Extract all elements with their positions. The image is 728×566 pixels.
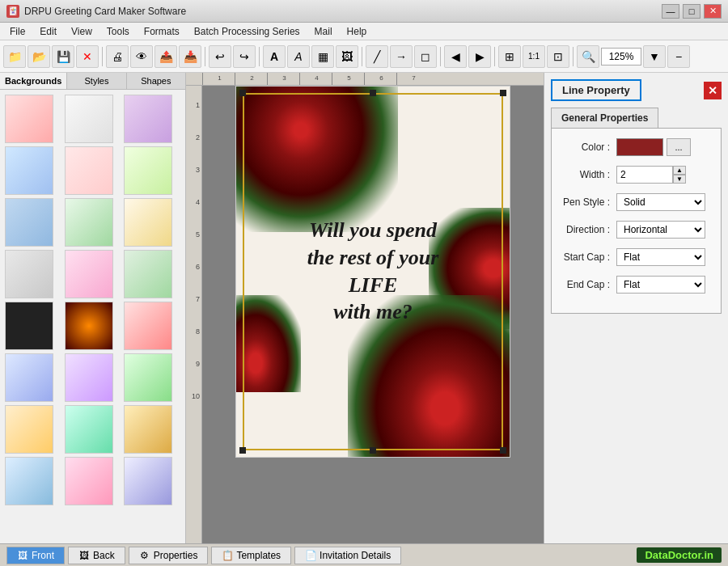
thumb-7[interactable] [5,198,53,247]
menu-formats[interactable]: Formats [138,24,186,39]
spin-down[interactable]: ▼ [673,175,686,184]
thumb-3[interactable] [124,95,172,143]
thumb-8[interactable] [65,198,113,247]
thumb-19[interactable] [5,405,53,454]
canvas-area: 1 2 3 4 5 6 7 1 2 3 4 5 6 7 8 9 10 [186,73,544,543]
pen-style-label: Pen Style : [558,196,616,208]
color-picker-button[interactable]: ... [667,138,691,156]
tb-new[interactable]: 📁 [3,45,26,68]
invitation-icon: 📄 [305,550,316,561]
tb-barcode[interactable]: ▦ [311,45,334,68]
line-property-title: Line Property [551,79,641,101]
tb-text2[interactable]: A [287,45,310,68]
menu-help[interactable]: Help [341,24,374,39]
tab-back[interactable]: 🖼 Back [68,547,125,564]
ruler-v-mark: 7 [196,283,201,315]
tb-redo[interactable]: ↪ [233,45,256,68]
tb-arrow[interactable]: → [390,45,413,68]
card-text[interactable]: Will you spend the rest of your LIFE wit… [292,217,454,326]
thumb-10[interactable] [5,250,53,298]
menubar: File Edit View Tools Formats Batch Proce… [0,23,728,40]
tb-save[interactable]: 💾 [52,45,74,68]
tab-invitation[interactable]: 📄 Invitation Details [294,547,401,564]
pen-style-select[interactable]: Solid Dash Dot DashDot [616,193,705,211]
tab-backgrounds[interactable]: Backgrounds [0,73,67,89]
tab-front-label: Front [32,550,54,561]
tb-export[interactable]: 📤 [154,45,177,68]
handle-tc[interactable] [370,90,376,96]
tb-image[interactable]: 🖼 [336,45,358,68]
handle-bl[interactable] [239,447,246,454]
tab-shapes[interactable]: Shapes [127,73,185,89]
close-button[interactable]: ✕ [704,4,722,19]
close-panel-button[interactable]: ✕ [704,82,722,99]
thumb-22[interactable] [5,457,53,505]
menu-tools[interactable]: Tools [100,24,136,39]
tb-print[interactable]: 🖨 [106,45,129,68]
direction-select[interactable]: Horizontal Vertical Diagonal [616,221,705,239]
menu-edit[interactable]: Edit [33,24,63,39]
color-swatch[interactable] [616,138,663,156]
thumb-20[interactable] [65,405,113,454]
greeting-card[interactable]: Will you spend the rest of your LIFE wit… [235,86,510,458]
handle-bc[interactable] [370,447,376,454]
tb-grid[interactable]: ⊞ [498,45,521,68]
direction-row: Direction : Horizontal Vertical Diagonal [558,221,714,239]
start-cap-select[interactable]: Flat Round Square [616,248,705,266]
menu-mail[interactable]: Mail [308,24,339,39]
thumb-1[interactable] [5,95,53,143]
handle-tr[interactable] [500,90,506,96]
tb-text[interactable]: A [263,45,286,68]
tb-1to1[interactable]: 1:1 [523,45,545,68]
end-cap-control: Flat Round Square [616,276,714,294]
thumb-9[interactable] [124,198,172,247]
handle-tl[interactable] [239,90,246,96]
menu-batch[interactable]: Batch Processing Series [188,24,307,39]
menu-view[interactable]: View [65,24,99,39]
tab-properties[interactable]: ⚙ Properties [129,547,209,564]
spin-up[interactable]: ▲ [673,166,686,175]
general-properties-tab[interactable]: General Properties [551,108,658,128]
tb-import[interactable]: 📥 [179,45,201,68]
tb-preview[interactable]: 👁 [130,45,153,68]
maximize-button[interactable]: □ [683,4,700,19]
thumb-4[interactable] [5,146,53,195]
tab-styles[interactable]: Styles [67,73,126,89]
thumb-13[interactable] [5,302,53,350]
thumb-6[interactable] [124,146,172,195]
thumb-14[interactable] [65,302,113,350]
thumb-2[interactable] [65,95,113,143]
toolbar-sep2 [205,47,205,66]
tb-shape[interactable]: ◻ [414,45,437,68]
thumb-18[interactable] [124,353,172,402]
thumb-24[interactable] [124,457,172,505]
thumb-23[interactable] [65,457,113,505]
thumb-21[interactable] [124,405,172,454]
handle-br[interactable] [500,447,506,454]
general-properties-body: Color : ... Width : 2 ▲ ▼ [551,128,722,314]
tb-close-red[interactable]: ✕ [76,45,99,68]
tb-zoom-dropdown[interactable]: ▼ [643,45,666,68]
tb-line[interactable]: ╱ [366,45,388,68]
tb-undo[interactable]: ↩ [209,45,231,68]
tab-templates[interactable]: 📋 Templates [211,547,291,564]
tb-prev-page[interactable]: ◀ [444,45,467,68]
tb-zoom-out[interactable]: − [667,45,690,68]
window-controls: — □ ✕ [662,4,722,19]
tb-fit[interactable]: ⊡ [547,45,569,68]
thumb-5[interactable] [65,146,113,195]
thumb-15[interactable] [124,302,172,350]
tab-front[interactable]: 🖼 Front [6,547,65,564]
end-cap-row: End Cap : Flat Round Square [558,276,714,294]
end-cap-select[interactable]: Flat Round Square [616,276,705,294]
tb-zoom-in[interactable]: 🔍 [577,45,599,68]
tb-next-page[interactable]: ▶ [468,45,491,68]
minimize-button[interactable]: — [662,4,679,19]
thumb-16[interactable] [5,353,53,402]
thumb-17[interactable] [65,353,113,402]
tb-open[interactable]: 📂 [28,45,50,68]
menu-file[interactable]: File [3,24,32,39]
thumb-11[interactable] [65,250,113,298]
width-input[interactable]: 2 [616,166,673,184]
thumb-12[interactable] [124,250,172,298]
